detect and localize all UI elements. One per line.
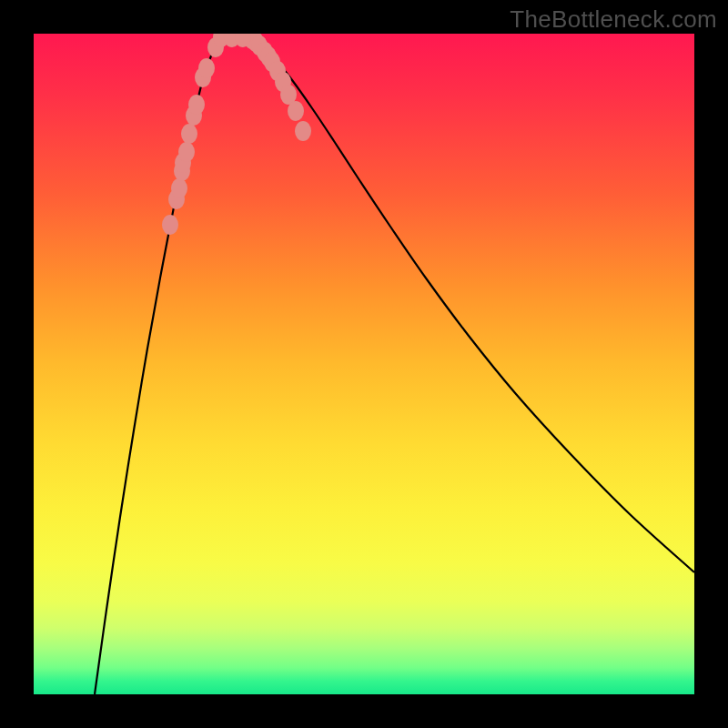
data-marker <box>171 178 187 198</box>
data-marker <box>181 124 197 144</box>
left-curve <box>95 35 225 694</box>
data-markers <box>162 34 311 235</box>
data-marker <box>295 121 311 141</box>
watermark-text: TheBottleneck.com <box>510 5 717 34</box>
data-marker <box>198 58 215 78</box>
chart-frame: TheBottleneck.com <box>0 0 728 728</box>
data-marker <box>288 101 304 121</box>
data-marker <box>188 95 205 115</box>
data-marker <box>162 215 178 235</box>
right-curve <box>243 35 694 572</box>
curves-layer <box>34 34 694 694</box>
data-marker <box>178 142 195 162</box>
plot-area <box>34 34 694 694</box>
